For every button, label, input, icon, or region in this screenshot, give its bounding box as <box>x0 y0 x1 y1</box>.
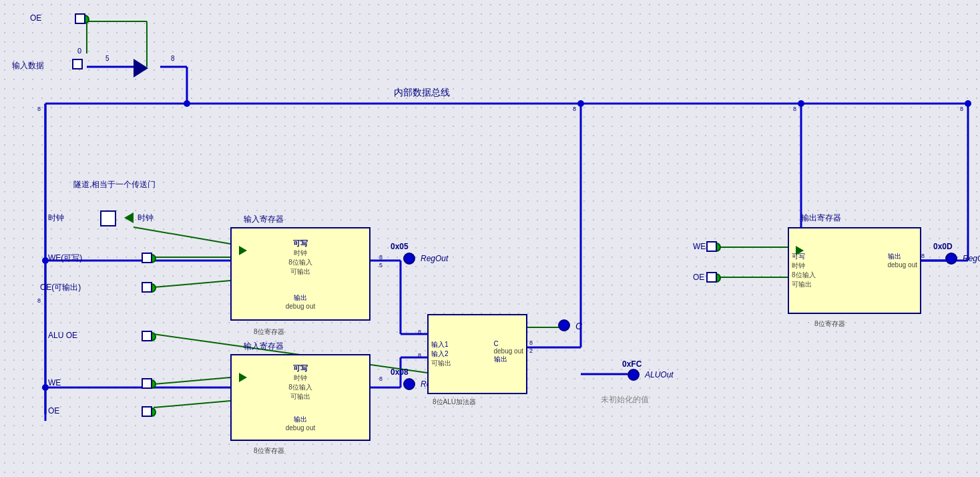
we-out-label: WE <box>693 242 706 251</box>
regout1-label: RegOut <box>421 254 448 263</box>
bus-2-alu-out: 2 <box>529 347 533 354</box>
oe-top-square[interactable] <box>75 13 85 24</box>
input-reg1-outputable-label: 可输出 <box>288 267 312 277</box>
out-reg-output-label: 输出 <box>888 252 918 261</box>
bus-num-8-right: 8 <box>793 106 796 112</box>
input-reg2-title: 输入寄存器 <box>244 341 284 352</box>
input-reg1-output-label: 输出 <box>286 293 316 303</box>
buffer-symbol <box>134 59 148 77</box>
alu-input2-label: 输入2 <box>431 349 451 359</box>
input-reg1-8bit-label: 8位输入 <box>288 258 312 267</box>
reg2-clock-triangle <box>239 373 247 382</box>
aluout-label: ALUOut <box>645 370 674 379</box>
input-data-square[interactable] <box>72 59 83 69</box>
bus-8-outreg-out: 8 <box>921 253 925 259</box>
svg-line-35 <box>154 401 230 408</box>
bus-8-reg2-out: 8 <box>379 375 383 382</box>
input-reg1-box: 可写 时钟 8位输入 可输出 输出 debug out <box>230 227 371 321</box>
we-writeable-square[interactable] <box>142 253 152 263</box>
val-0xFC-label: 0xFC <box>622 359 642 369</box>
bus-8-alu-in2: 8 <box>418 352 421 359</box>
input-reg1-debug-label: debug out <box>286 303 316 310</box>
value-zero: 0 <box>77 47 81 55</box>
clock-label-left: 时钟 <box>48 212 64 224</box>
circuit-canvas: OE 输入数据 0 5 8 内部数据总线 8 8 8 8 隧道,相当于一个传送门… <box>0 0 980 477</box>
input-reg1-writeable-label: 可写 <box>288 238 312 249</box>
input-reg2-writeable-label: 可写 <box>288 363 312 373</box>
regout1-dot[interactable] <box>403 253 415 265</box>
we-writeable-label: WE(可写) <box>48 253 82 264</box>
tunnel-label: 隧道,相当于一个传送门 <box>73 179 156 190</box>
carry-label: C <box>575 321 582 331</box>
input-reg2-subtitle: 8位寄存器 <box>254 446 284 456</box>
alu-box: 输入1 输入2 可输出 C debug out 输出 <box>427 314 527 394</box>
out-reg-debug-label: debug out <box>888 261 918 269</box>
val-0x05-label: 0x05 <box>391 242 409 251</box>
internal-bus-label: 内部数据总线 <box>394 87 450 99</box>
output-reg-box: 可写 时钟 8位输入 可输出 输出 debug out <box>788 227 921 314</box>
bus-8-left-vert: 8 <box>37 297 41 304</box>
svg-point-28 <box>798 100 804 107</box>
out-reg-clock-label: 时钟 <box>792 261 816 271</box>
aluout-dot[interactable] <box>628 369 640 381</box>
bus-num-8-mid: 8 <box>573 106 576 112</box>
bus-width-8a: 8 <box>171 55 175 62</box>
out-reg-outputable-label: 可输出 <box>792 280 816 289</box>
input-reg2-output-label: 输出 <box>286 415 316 424</box>
bus-num-8-left: 8 <box>37 106 41 112</box>
we-out-square[interactable] <box>706 241 717 252</box>
input-reg2-box: 可写 时钟 8位输入 可输出 输出 debug out <box>230 354 371 441</box>
input-reg2-debug-label: debug out <box>286 424 316 432</box>
we2-label: WE <box>48 378 61 387</box>
svg-line-33 <box>154 281 230 287</box>
clock-label-right: 时钟 <box>138 212 154 224</box>
alu-carry-label: C <box>494 340 524 347</box>
alu-input1-label: 输入1 <box>431 340 451 349</box>
oe-outputable-label: OE(可输出) <box>40 282 81 293</box>
bus-width-5: 5 <box>105 55 109 62</box>
alu-oe-label: ALU OE <box>48 331 77 340</box>
input-reg2-clock-label: 时钟 <box>288 373 312 383</box>
bus-8-reg1-out: 8 <box>379 254 383 261</box>
we2-square[interactable] <box>142 378 152 389</box>
regout3-dot[interactable] <box>945 253 957 265</box>
alu-outputable-label: 可输出 <box>431 359 451 368</box>
output-reg-subtitle: 8位寄存器 <box>814 319 845 329</box>
input-reg1-clock-label: 时钟 <box>288 249 312 258</box>
uninit-label: 未初始化的值 <box>601 394 649 406</box>
out-reg-8bit-label: 8位输入 <box>792 271 816 280</box>
regout3-label: RegOut <box>963 254 980 263</box>
oe-top-label: OE <box>30 13 41 23</box>
input-reg2-outputable-label: 可输出 <box>288 392 312 402</box>
svg-point-27 <box>577 100 584 107</box>
bus-5-reg1-out: 5 <box>379 262 383 269</box>
alu-oe-square[interactable] <box>142 331 152 341</box>
svg-point-24 <box>184 100 190 107</box>
input-reg1-subtitle: 8位寄存器 <box>254 327 284 337</box>
reg1-clock-triangle <box>239 246 247 255</box>
svg-point-29 <box>965 100 971 107</box>
input-data-label: 输入数据 <box>12 60 44 71</box>
val-0x08-label: 0x08 <box>391 367 409 377</box>
svg-line-34 <box>154 377 230 384</box>
oe2-square[interactable] <box>142 406 152 417</box>
output-reg-title: 输出寄存器 <box>801 212 841 224</box>
input-reg1-title: 输入寄存器 <box>244 214 284 225</box>
alu-subtitle: 8位ALU加法器 <box>433 398 476 407</box>
out-reg-clock-triangle <box>796 246 804 255</box>
input-reg2-8bit-label: 8位输入 <box>288 383 312 392</box>
clock-tunnel-input[interactable] <box>100 210 116 226</box>
oe-outputable-square[interactable] <box>142 282 152 293</box>
val-0x0D-label: 0x0D <box>933 242 953 251</box>
alu-output-label: 输出 <box>494 355 524 364</box>
oe2-label: OE <box>48 406 59 416</box>
alu-debug-label: debug out <box>494 347 524 355</box>
bus-8-alu-out: 8 <box>529 339 533 346</box>
clock-buffer-symbol <box>124 212 134 223</box>
svg-line-32 <box>134 227 230 244</box>
regout2-dot[interactable] <box>403 378 415 390</box>
oe-out-square[interactable] <box>706 272 717 283</box>
bus-8-alu-in1: 8 <box>418 329 421 335</box>
carry-dot[interactable] <box>558 319 570 331</box>
oe-out-label: OE <box>693 273 704 282</box>
